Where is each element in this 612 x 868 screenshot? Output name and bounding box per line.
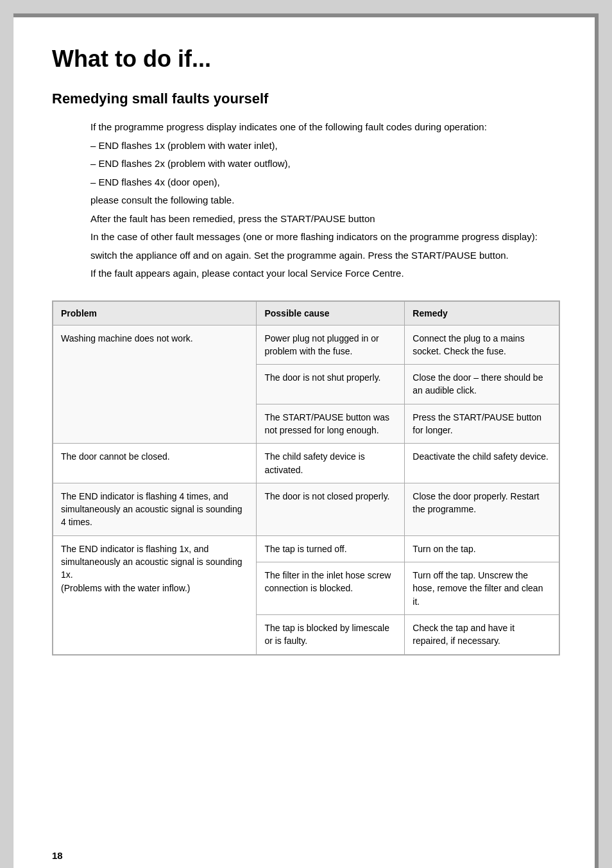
- table-row: The END indicator is flashing 4 times, a…: [53, 483, 559, 535]
- table-row: The door cannot be closed. The child saf…: [53, 444, 559, 483]
- intro-para-8: switch the appliance off and on again. S…: [90, 248, 560, 263]
- table-row: Washing machine does not work. Power plu…: [53, 325, 559, 365]
- fault-table: Problem Possible cause Remedy Washing ma…: [53, 301, 559, 655]
- remedy-cell: Turn off the tap. Unscrew the hose, remo…: [405, 562, 559, 615]
- remedy-cell: Deactivate the child safety device.: [405, 444, 559, 483]
- page: What to do if... Remedying small faults …: [13, 13, 599, 868]
- problem-cell: The END indicator is flashing 1x, and si…: [53, 535, 257, 654]
- problem-cell: Washing machine does not work.: [53, 325, 257, 444]
- remedy-cell: Connect the plug to a mains socket. Chec…: [405, 325, 559, 365]
- problem-cell: The door cannot be closed.: [53, 444, 257, 483]
- remedy-cell: Close the door properly. Restart the pro…: [405, 483, 559, 535]
- col-remedy: Remedy: [405, 301, 559, 325]
- cause-cell: The tap is blocked by limescale or is fa…: [257, 614, 405, 654]
- remedy-cell: Press the START/PAUSE button for longer.: [405, 404, 559, 444]
- intro-para-6: After the fault has been remedied, press…: [90, 212, 560, 227]
- fault-table-wrapper: Problem Possible cause Remedy Washing ma…: [52, 300, 560, 655]
- cause-cell: The filter in the inlet hose screw conne…: [257, 562, 405, 615]
- col-cause: Possible cause: [257, 301, 405, 325]
- top-border: [13, 13, 599, 17]
- cause-cell: The door is not shut properly.: [257, 365, 405, 404]
- remedy-cell: Check the tap and have it repaired, if n…: [405, 614, 559, 654]
- table-body: Washing machine does not work. Power plu…: [53, 325, 559, 654]
- intro-para-7: In the case of other fault messages (one…: [90, 230, 560, 245]
- table-row: The END indicator is flashing 1x, and si…: [53, 535, 559, 562]
- intro-para-4: – END flashes 4x (door open),: [90, 175, 560, 190]
- intro-para-1: If the programme progress display indica…: [90, 120, 560, 135]
- cause-cell: The child safety device is activated.: [257, 444, 405, 483]
- right-border: [595, 13, 599, 868]
- col-problem: Problem: [53, 301, 257, 325]
- cause-cell: The START/PAUSE button was not pressed f…: [257, 404, 405, 444]
- remedy-cell: Turn on the tap.: [405, 535, 559, 562]
- cause-cell: Power plug not plugged in or problem wit…: [257, 325, 405, 365]
- intro-block: If the programme progress display indica…: [52, 120, 560, 281]
- cause-cell: The tap is turned off.: [257, 535, 405, 562]
- intro-para-9: If the fault appears again, please conta…: [90, 266, 560, 281]
- intro-para-2: – END flashes 1x (problem with water inl…: [90, 139, 560, 153]
- page-number: 18: [52, 850, 63, 861]
- intro-para-3: – END flashes 2x (problem with water out…: [90, 157, 560, 171]
- remedy-cell: Close the door – there should be an audi…: [405, 365, 559, 404]
- page-title: What to do if...: [52, 46, 560, 73]
- table-header-row: Problem Possible cause Remedy: [53, 301, 559, 325]
- section-title: Remedying small faults yourself: [52, 91, 560, 107]
- cause-cell: The door is not closed properly.: [257, 483, 405, 535]
- intro-para-5: please consult the following table.: [90, 193, 560, 208]
- problem-cell: The END indicator is flashing 4 times, a…: [53, 483, 257, 535]
